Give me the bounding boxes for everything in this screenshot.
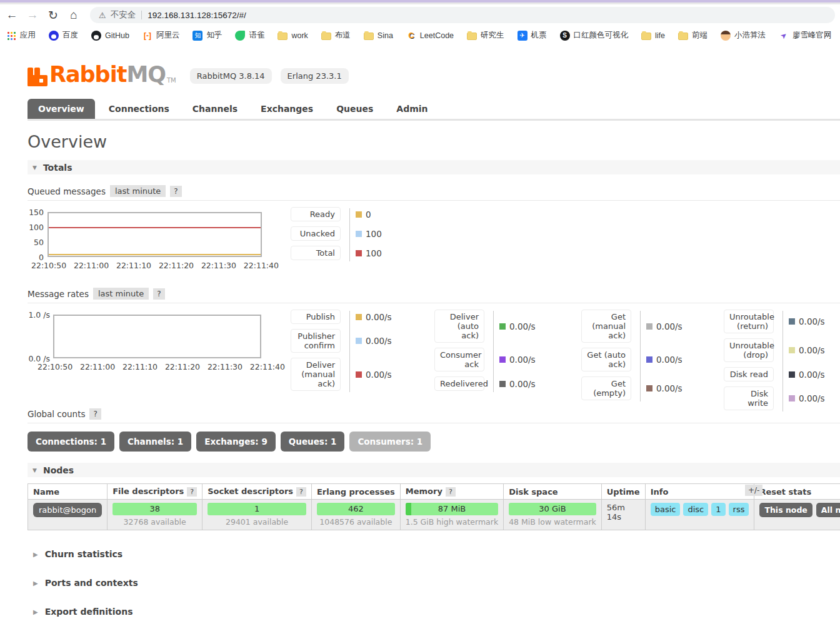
- x-tick: 22:10:50: [38, 362, 72, 371]
- baidu-icon: [49, 31, 59, 41]
- tab-connections[interactable]: Connections: [109, 99, 169, 119]
- bookmark-label: GitHub: [105, 31, 129, 40]
- legend-unacked[interactable]: Unacked: [291, 226, 341, 241]
- consumers-count-button[interactable]: Consumers: 1: [349, 432, 431, 452]
- brand-mq[interactable]: MQ: [126, 63, 166, 86]
- legend-get-auto-ack[interactable]: Get (auto ack): [581, 348, 631, 371]
- columns-plus-minus-button[interactable]: +/-: [745, 485, 762, 496]
- exchanges-count-button[interactable]: Exchanges: 9: [196, 432, 276, 452]
- bookmark-item-qianduan[interactable]: 前端: [678, 30, 708, 41]
- chevron-right-icon: ▶: [33, 608, 38, 615]
- bookmark-item-baidu[interactable]: 百度: [49, 30, 78, 41]
- section-churn-statistics[interactable]: ▶ Churn statistics: [28, 549, 840, 559]
- chevron-down-icon: ▼: [32, 467, 37, 473]
- tab-channels[interactable]: Channels: [192, 99, 238, 119]
- total-series-line: [49, 227, 261, 228]
- x-axis: 22:10:50 22:11:00 22:11:10 22:11:20 22:1…: [38, 362, 285, 371]
- socket-help-button[interactable]: ?: [296, 487, 306, 497]
- rocket-icon: ➤: [777, 28, 791, 43]
- bookmark-item-apps[interactable]: 应用: [6, 30, 36, 41]
- legend-unroutable-return[interactable]: Unroutable (return): [724, 310, 774, 333]
- address-bar[interactable]: ⚠ 不安全 192.168.131.128:15672/#/: [90, 7, 835, 23]
- memory-help-button[interactable]: ?: [446, 487, 456, 497]
- tab-admin[interactable]: Admin: [396, 99, 428, 119]
- bookmark-item-yuque[interactable]: 语雀: [235, 30, 264, 41]
- not-secure-warning-icon[interactable]: ⚠: [99, 11, 106, 20]
- legend-ready[interactable]: Ready: [291, 207, 341, 221]
- legend-disk-read[interactable]: Disk read: [724, 367, 774, 381]
- col-reset-stats: Reset stats: [754, 484, 840, 500]
- legend-redelivered[interactable]: Redelivered: [434, 376, 484, 391]
- unroutable-return-swatch: [789, 318, 795, 325]
- bookmark-item-lipstick[interactable]: S 口红颜色可视化: [560, 30, 629, 41]
- bookmark-item-life[interactable]: life: [641, 31, 665, 40]
- back-icon[interactable]: ←: [4, 8, 20, 22]
- rates-range-select[interactable]: last minute: [93, 288, 149, 300]
- y-tick: 150: [28, 208, 44, 217]
- info-badge-basic[interactable]: basic: [651, 503, 681, 516]
- deliver-manual-ack-swatch: [356, 371, 362, 378]
- tab-overview[interactable]: Overview: [28, 99, 95, 119]
- col-file-descriptors: File descriptors?: [108, 484, 202, 500]
- home-icon[interactable]: ⌂: [66, 8, 82, 22]
- info-badge-1[interactable]: 1: [711, 503, 725, 516]
- rabbitmq-logo-icon[interactable]: [28, 68, 48, 86]
- x-tick: 22:11:30: [201, 261, 236, 270]
- fd-usage-bar: 38: [112, 503, 197, 515]
- x-tick: 22:11:40: [250, 362, 285, 371]
- legend-publisher-confirm[interactable]: Publisher confirm: [291, 329, 341, 353]
- queues-count-button[interactable]: Queues: 1: [281, 432, 345, 452]
- queued-range-select[interactable]: last minute: [110, 185, 166, 197]
- channels-count-button[interactable]: Channels: 1: [119, 432, 191, 452]
- bookmark-item-xiaohao[interactable]: 小浩算法: [721, 30, 766, 41]
- legend-publish[interactable]: Publish: [291, 310, 341, 324]
- node-name-badge[interactable]: rabbit@bogon: [33, 503, 102, 517]
- section-totals[interactable]: ▼ Totals: [28, 160, 840, 174]
- legend-get-empty[interactable]: Get (empty): [581, 376, 631, 400]
- deliver-auto-ack-swatch: [499, 323, 506, 330]
- x-tick: 22:11:00: [80, 362, 115, 371]
- reset-all-nodes-button[interactable]: All nodes: [816, 503, 840, 517]
- section-export-definitions[interactable]: ▶ Export definitions: [28, 607, 840, 617]
- legend-consumer-ack[interactable]: Consumer ack: [434, 348, 484, 371]
- section-totals-label: Totals: [43, 163, 72, 173]
- section-ports-and-contexts[interactable]: ▶ Ports and contexts: [28, 578, 840, 588]
- forward-icon[interactable]: →: [24, 8, 41, 22]
- legend-disk-write[interactable]: Disk write: [724, 386, 774, 410]
- legend-deliver-auto-ack[interactable]: Deliver (auto ack): [434, 310, 484, 343]
- legend-get-manual-ack[interactable]: Get (manual ack): [581, 310, 631, 343]
- queued-help-button[interactable]: ?: [170, 186, 181, 197]
- bookmark-item-liaoxuefeng[interactable]: ➤ 廖雪峰官网: [779, 30, 832, 41]
- main-tabs: Overview Connections Channels Exchanges …: [28, 99, 840, 121]
- reset-this-node-button[interactable]: This node: [759, 503, 812, 517]
- node-row: rabbit@bogon 38 32768 available 1 29401 …: [28, 500, 840, 530]
- info-badge-disc[interactable]: disc: [683, 503, 708, 516]
- legend-unroutable-drop[interactable]: Unroutable (drop): [724, 338, 774, 362]
- bookmark-item-leetcode[interactable]: C LeetCode: [406, 31, 454, 41]
- url-text[interactable]: 192.168.131.128:15672/#/: [148, 11, 246, 20]
- bookmark-item-yanjiusheng[interactable]: 研究生: [467, 30, 504, 41]
- bookmark-item-sina[interactable]: Sina: [364, 31, 393, 40]
- bookmark-item-aliyun[interactable]: [-] 阿里云: [142, 30, 180, 41]
- col-socket-descriptors: Socket descriptors?: [202, 484, 312, 500]
- address-separator: [141, 11, 142, 19]
- legend-total[interactable]: Total: [291, 246, 341, 260]
- legend-deliver-manual-ack[interactable]: Deliver (manual ack): [291, 358, 341, 391]
- bookmark-item-github[interactable]: GitHub: [91, 31, 129, 41]
- bookmark-item-jipiao[interactable]: ✈ 机票: [518, 30, 547, 41]
- global-counts-help-button[interactable]: ?: [89, 408, 101, 420]
- bookmark-item-budao[interactable]: 布道: [321, 30, 351, 41]
- rates-help-button[interactable]: ?: [153, 288, 164, 300]
- info-cell: basic disc 1 rss: [645, 500, 754, 530]
- brand-rabbit[interactable]: Rabbit: [49, 63, 126, 86]
- bookmark-item-zhihu[interactable]: 知 知乎: [192, 30, 222, 41]
- tab-exchanges[interactable]: Exchanges: [261, 99, 313, 119]
- reload-icon[interactable]: ↻: [45, 8, 61, 23]
- queued-legend: Ready 0 Unacked 100 Total 100: [291, 207, 382, 265]
- tab-queues[interactable]: Queues: [336, 99, 373, 119]
- info-badge-rss[interactable]: rss: [729, 503, 749, 516]
- bookmark-item-work[interactable]: work: [278, 31, 308, 40]
- section-nodes[interactable]: ▼ Nodes: [28, 463, 840, 477]
- fd-help-button[interactable]: ?: [187, 487, 197, 497]
- connections-count-button[interactable]: Connections: 1: [28, 432, 114, 452]
